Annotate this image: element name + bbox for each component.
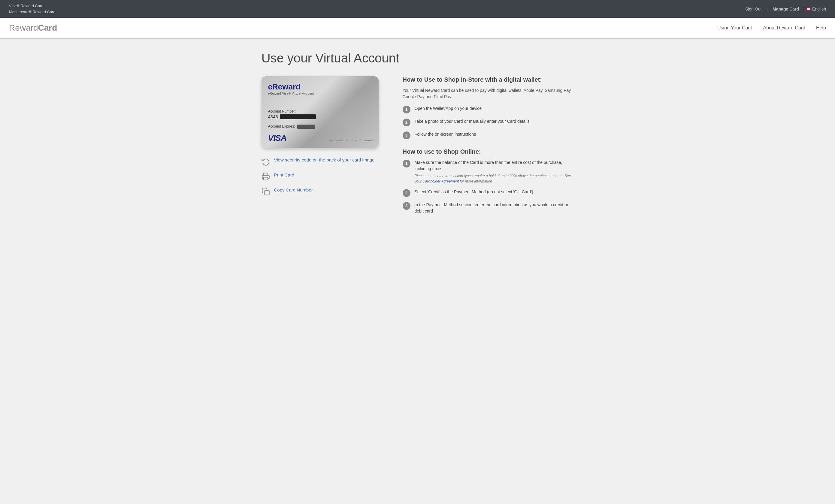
online-title: How to use to Shop Online:	[403, 148, 574, 155]
copy-icon	[262, 187, 270, 196]
online-step-1: 1 Make sure the balance of the Card is m…	[403, 160, 574, 184]
in-store-intro: Your Virtual Reward Card can be used to …	[403, 87, 574, 100]
nav-about-reward-card[interactable]: About Reward Card	[763, 25, 806, 30]
language-label: English	[812, 6, 826, 12]
online-step-text-3: In the Payment Method section, enter the…	[415, 202, 574, 214]
view-security-code-link[interactable]: View security code on the back of your c…	[274, 157, 375, 163]
in-store-title: How to Use to Shop In-Store with a digit…	[403, 76, 574, 83]
step-text-3: Follow the on-screen instructions	[415, 131, 574, 138]
card-account-label: Account Number:	[268, 109, 296, 113]
online-step-number-2: 2	[403, 189, 410, 197]
topbar-divider: |	[766, 6, 768, 12]
print-card-link[interactable]: Print Card	[274, 172, 294, 178]
svg-rect-1	[265, 191, 269, 195]
page-title: Use your Virtual Account	[262, 51, 574, 65]
step-text-1: Open the Wallet/App on your device	[415, 105, 574, 112]
sign-out-link[interactable]: Sign Out	[745, 6, 761, 12]
logo-card: Card	[38, 23, 57, 33]
content-grid: eReward eReward Visa® Virtual Account Ac…	[262, 76, 574, 217]
navbar: RewardCard Using Your Card About Reward …	[0, 18, 835, 39]
cardholder-agreement-link[interactable]: Cardholder Agreement	[423, 179, 459, 183]
brand-info: Visa® Reward Card Mastercard® Reward Car…	[9, 3, 56, 15]
instructions-section: How to Use to Shop In-Store with a digit…	[403, 76, 574, 217]
card-section: eReward eReward Visa® Virtual Account Ac…	[262, 76, 388, 217]
online-step-2: 2 Select 'Credit' as the Payment Method …	[403, 189, 574, 197]
flag-icon	[804, 7, 810, 11]
online-step-text-1: Make sure the balance of the Card is mor…	[415, 160, 574, 184]
topbar: Visa® Reward Card Mastercard® Reward Car…	[0, 0, 835, 18]
view-security-code-action[interactable]: View security code on the back of your c…	[262, 157, 388, 166]
card-number-masked	[280, 114, 316, 119]
topbar-actions: Sign Out | Manage Card English	[745, 6, 826, 12]
online-step-number-1: 1	[403, 160, 410, 168]
logo: RewardCard	[9, 23, 57, 33]
main-content: Use your Virtual Account eReward eReward…	[252, 39, 583, 229]
in-store-step-3: 3 Follow the on-screen instructions	[403, 131, 574, 139]
copy-card-number-action[interactable]: Copy Card Number	[262, 187, 388, 196]
print-icon	[262, 172, 270, 181]
copy-card-number-link[interactable]: Copy Card Number	[274, 187, 313, 193]
card-valid-text: VALID ONLY IN THE UNITED STATES	[329, 139, 374, 142]
card-visa-logo: VISA	[268, 133, 286, 143]
card-ereward-label: eReward	[268, 82, 301, 91]
online-step-note-1: Please note: some transaction types requ…	[415, 173, 574, 184]
card-actions: View security code on the back of your c…	[262, 157, 388, 196]
card-expires-label: Account Expires:	[268, 124, 315, 129]
card-number-start: 4343	[268, 114, 278, 119]
online-step-text-2: Select 'Credit' as the Payment Method (d…	[415, 189, 574, 195]
nav-links: Using Your Card About Reward Card Help	[717, 25, 826, 30]
step-number-2: 2	[403, 119, 410, 126]
language-selector[interactable]: English	[804, 6, 826, 12]
online-step-3: 3 In the Payment Method section, enter t…	[403, 202, 574, 214]
card-image: eReward eReward Visa® Virtual Account Ac…	[262, 76, 379, 148]
manage-card-button[interactable]: Manage Card	[773, 6, 799, 12]
in-store-step-2: 2 Take a photo of your Card or manually …	[403, 118, 574, 126]
svg-rect-0	[264, 177, 268, 180]
online-steps: 1 Make sure the balance of the Card is m…	[403, 160, 574, 214]
card-expires-value	[297, 125, 315, 129]
nav-help[interactable]: Help	[816, 25, 826, 30]
brand-line2: Mastercard® Reward Card	[9, 9, 56, 15]
logo-reward: Reward	[9, 23, 38, 33]
print-card-action[interactable]: Print Card	[262, 172, 388, 181]
step-number-1: 1	[403, 106, 410, 113]
online-step-number-3: 3	[403, 202, 410, 210]
card-number: 4343	[268, 114, 316, 119]
brand-line1: Visa® Reward Card	[9, 3, 56, 9]
refresh-icon	[262, 157, 270, 166]
nav-using-your-card[interactable]: Using Your Card	[717, 25, 752, 30]
card-subtitle: eReward Visa® Virtual Account	[268, 92, 314, 95]
step-text-2: Take a photo of your Card or manually en…	[415, 118, 574, 125]
step-number-3: 3	[403, 131, 410, 139]
in-store-steps: 1 Open the Wallet/App on your device 2 T…	[403, 105, 574, 139]
in-store-step-1: 1 Open the Wallet/App on your device	[403, 105, 574, 113]
